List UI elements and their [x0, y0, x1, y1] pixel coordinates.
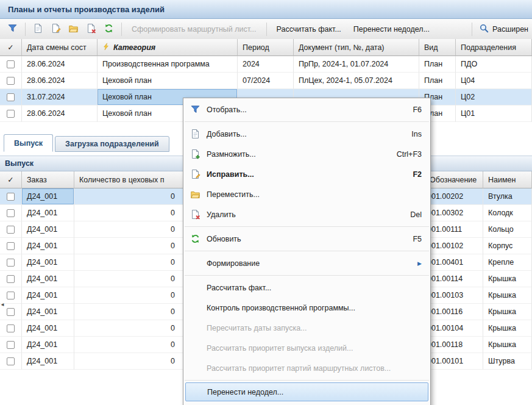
menu-separator [185, 275, 429, 276]
menu-item-recalc-launch-dates: Пересчитать даты запуска... [183, 318, 430, 338]
cell-date: 28.06.2024 [22, 106, 98, 122]
splitter-collapse-arrow[interactable]: ◄ [0, 298, 6, 311]
row-checkbox[interactable] [7, 341, 15, 349]
row-checkbox[interactable] [7, 259, 15, 267]
table-row[interactable]: 28.06.2024 Цеховой план 07/2024 ПлЦех, 2… [0, 73, 532, 89]
column-header-check[interactable]: ✓ [0, 171, 22, 188]
edit-button[interactable] [48, 21, 64, 37]
extended-search-button[interactable]: Расширен [468, 23, 528, 36]
column-header-name[interactable]: Наимен [483, 171, 532, 188]
cell-name: Штурва [483, 353, 532, 370]
row-checkbox[interactable] [7, 324, 15, 332]
tab-vypusk[interactable]: Выпуск [4, 134, 53, 152]
cell-category: Цеховой план [98, 73, 238, 89]
cell-qty: 0 [74, 238, 184, 254]
cell-qty: 0 [74, 271, 184, 287]
row-checkbox[interactable] [7, 60, 15, 68]
cell-date: 28.06.2024 [22, 73, 98, 89]
cell-order: Д24_001 [22, 271, 74, 287]
delete-document-icon [189, 204, 201, 224]
row-checkbox[interactable] [7, 209, 15, 217]
category-sort-icon [102, 43, 110, 52]
cell-division: Ц04 [456, 73, 532, 89]
refresh-button[interactable] [101, 21, 117, 37]
menu-item-calc-fact[interactable]: Рассчитать факт... [183, 278, 430, 298]
menu-item-program-control[interactable]: Контроль производственной программы... [183, 298, 430, 318]
move-button[interactable] [65, 21, 82, 37]
cell-category: Производственная программа [98, 56, 238, 73]
row-checkbox[interactable] [7, 110, 15, 118]
column-header-period[interactable]: Период [238, 39, 294, 56]
cell-designation: 001.00102 [425, 238, 483, 254]
menu-item-refresh[interactable]: Обновить F5 [183, 229, 430, 249]
column-header-kind[interactable]: Вид [419, 39, 456, 56]
menu-separator [185, 226, 429, 227]
cell-qty: 0 [74, 337, 184, 353]
row-checkbox[interactable] [7, 226, 15, 234]
cell-designation: 001.00116 [425, 304, 483, 320]
cell-order: Д24_001 [22, 337, 74, 353]
delete-button[interactable] [83, 21, 99, 37]
column-header-category[interactable]: Категория [98, 39, 238, 56]
row-checkbox[interactable] [7, 193, 15, 201]
extended-search-label: Расширен [492, 25, 528, 34]
tab-strip: Выпуск Загрузка подразделений [4, 134, 169, 152]
cell-order: Д24_001 [22, 287, 74, 304]
row-checkbox-cell [0, 205, 22, 221]
row-checkbox-cell [0, 337, 22, 353]
menu-item-label: Исправить... [207, 170, 254, 179]
cell-order-focused: Д24_001 [22, 188, 74, 205]
toolbar-separator [121, 23, 122, 36]
menu-item-label: Обновить [207, 235, 241, 243]
submenu-arrow-icon: ▶ [417, 260, 422, 267]
column-header-designation[interactable]: Обозначение [425, 171, 483, 188]
row-checkbox[interactable] [7, 242, 15, 250]
add-button[interactable] [30, 21, 46, 37]
delete-document-icon [86, 23, 96, 35]
cell-order: Д24_001 [22, 205, 74, 221]
menu-item-add[interactable]: Добавить... Ins [183, 124, 430, 144]
cell-order: Д24_001 [22, 304, 74, 320]
cell-designation: 001.00401 [425, 254, 483, 271]
column-header-order[interactable]: Заказ [22, 171, 74, 188]
add-document-icon [33, 23, 43, 35]
row-checkbox-cell [0, 238, 22, 254]
menu-item-filter[interactable]: Отобрать... F6 [183, 99, 430, 120]
tab-zagruzka-podrazdeleniy[interactable]: Загрузка подразделений [55, 136, 169, 152]
filter-button[interactable] [4, 21, 21, 37]
row-checkbox[interactable] [7, 77, 15, 85]
row-checkbox-cell [0, 56, 22, 73]
cell-name: Втулка [483, 188, 532, 205]
row-checkbox[interactable] [7, 93, 15, 101]
toolbar-separator [266, 23, 267, 36]
row-checkbox-cell [0, 271, 22, 287]
cell-designation: 001.00103 [425, 287, 483, 304]
menu-item-label: Рассчитать приоритет выпуска изделий... [207, 344, 353, 353]
row-checkbox-cell [0, 106, 22, 122]
calc-fact-button[interactable]: Рассчитать факт... [271, 23, 347, 36]
row-checkbox-cell [0, 320, 22, 337]
menu-item-move[interactable]: Переместить... [183, 184, 430, 204]
column-header-qty[interactable]: Количество в цеховых п [74, 171, 184, 188]
cell-order: Д24_001 [22, 320, 74, 337]
form-route-sheet-button[interactable]: Сформировать маршрутный лист... [126, 23, 263, 36]
menu-item-duplicate[interactable]: Размножить... Ctrl+F3 [183, 144, 430, 164]
menu-separator [185, 251, 429, 251]
row-checkbox[interactable] [7, 292, 15, 299]
column-header-document[interactable]: Документ (тип, №, дата) [294, 39, 419, 56]
carry-over-button[interactable]: Перенести недодел... [347, 23, 436, 36]
menu-item-formation[interactable]: Формирование ▶ [183, 253, 430, 273]
app-window: Планы и отчеты производства изделий Сфор… [0, 0, 532, 405]
column-header-category-label: Категория [113, 43, 155, 52]
column-header-date[interactable]: Дата смены сост [22, 39, 98, 56]
row-checkbox[interactable] [7, 357, 15, 365]
column-header-check[interactable]: ✓ [0, 39, 22, 56]
cell-document: ПлЦех, 2024-1, 05.07.2024 [294, 73, 419, 89]
table-row[interactable]: 28.06.2024 Производственная программа 20… [0, 56, 532, 73]
menu-item-carry-over[interactable]: Перенести недодел... [185, 382, 428, 401]
menu-item-delete[interactable]: Удалить Del [183, 204, 430, 224]
menu-item-edit[interactable]: Исправить... F2 [183, 164, 430, 184]
row-checkbox[interactable] [7, 275, 15, 283]
column-header-division[interactable]: Подразделения [456, 39, 532, 56]
row-checkbox[interactable] [7, 308, 15, 316]
